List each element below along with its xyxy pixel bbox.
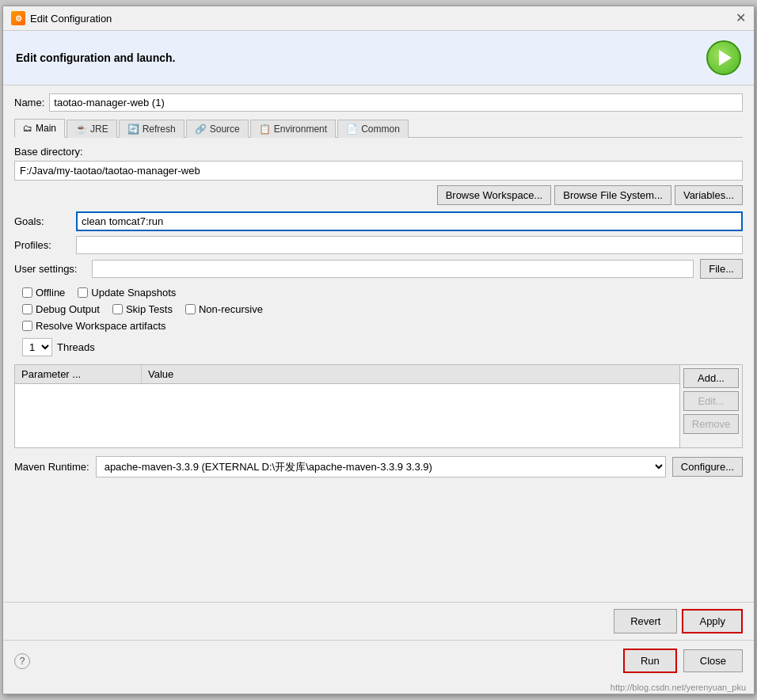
browse-workspace-button[interactable]: Browse Workspace...: [437, 185, 552, 205]
param-table: Parameter ... Value: [15, 365, 679, 447]
environment-tab-icon: 📋: [259, 124, 271, 135]
skip-tests-checkbox-item[interactable]: Skip Tests: [112, 303, 173, 315]
user-settings-label: User settings:: [14, 263, 86, 275]
threads-row: 1 2 4 8 Threads: [14, 338, 743, 356]
threads-label: Threads: [57, 341, 95, 353]
dialog-close-button[interactable]: ✕: [736, 12, 746, 25]
update-snapshots-checkbox-item[interactable]: Update Snapshots: [78, 287, 176, 299]
name-row: Name:: [14, 93, 743, 112]
name-label: Name:: [14, 97, 44, 108]
goals-label: Goals:: [14, 215, 70, 227]
tab-environment[interactable]: 📋 Environment: [250, 120, 336, 138]
edit-configuration-dialog: ⚙ Edit Configuration ✕ Edit configuratio…: [2, 6, 755, 694]
debug-output-label: Debug Output: [36, 303, 100, 315]
tab-main[interactable]: 🗂 Main: [14, 119, 65, 138]
base-dir-input[interactable]: [14, 161, 743, 181]
goals-input[interactable]: [76, 211, 743, 231]
revert-button[interactable]: Revert: [614, 609, 677, 633]
edit-param-button[interactable]: Edit...: [683, 391, 739, 411]
footer-revert-apply: Revert Apply: [3, 602, 754, 640]
goals-row: Goals:: [14, 211, 743, 231]
offline-label: Offline: [36, 287, 65, 299]
debug-output-checkbox[interactable]: [22, 304, 32, 314]
param-table-section: Parameter ... Value Add... Edit... Remov…: [14, 364, 743, 448]
tab-main-label: Main: [36, 123, 56, 134]
param-col-header-name: Parameter ...: [15, 365, 142, 383]
tab-jre[interactable]: ☕ JRE: [67, 120, 117, 138]
user-settings-row: User settings: File...: [14, 259, 743, 279]
profiles-label: Profiles:: [14, 239, 70, 251]
name-input[interactable]: [49, 93, 743, 112]
skip-tests-label: Skip Tests: [126, 303, 173, 315]
checkbox-row-3: Resolve Workspace artifacts: [22, 320, 743, 332]
close-button[interactable]: Close: [683, 649, 743, 672]
user-settings-input[interactable]: [92, 260, 694, 278]
resolve-workspace-label: Resolve Workspace artifacts: [36, 320, 166, 332]
configure-button[interactable]: Configure...: [672, 457, 743, 477]
run-button[interactable]: Run: [623, 649, 677, 673]
common-tab-icon: 📄: [346, 124, 358, 135]
update-snapshots-label: Update Snapshots: [91, 287, 176, 299]
param-table-body: [15, 384, 679, 447]
tab-common-label: Common: [361, 124, 400, 135]
help-icon-button[interactable]: ?: [14, 653, 30, 669]
non-recursive-checkbox[interactable]: [185, 304, 196, 314]
param-actions: Add... Edit... Remove: [679, 365, 742, 447]
param-col-header-value: Value: [142, 365, 679, 383]
jre-tab-icon: ☕: [75, 124, 87, 135]
tab-refresh-label: Refresh: [143, 124, 176, 135]
skip-tests-checkbox[interactable]: [112, 304, 123, 314]
main-content: Name: 🗂 Main ☕ JRE 🔄 Refresh 🔗 Source �: [3, 86, 754, 602]
apply-button[interactable]: Apply: [682, 609, 743, 633]
source-tab-icon: 🔗: [195, 124, 207, 135]
dialog-title: Edit Configuration: [30, 13, 112, 25]
title-bar: ⚙ Edit Configuration ✕: [3, 6, 754, 31]
checkbox-row-1: Offline Update Snapshots: [22, 287, 743, 299]
non-recursive-label: Non-recursive: [199, 303, 263, 315]
footer-run-close: ? Run Close: [3, 640, 754, 681]
file-button[interactable]: File...: [700, 259, 743, 279]
header-title: Edit configuration and launch.: [16, 51, 175, 64]
main-tab-icon: 🗂: [23, 123, 32, 134]
tab-environment-label: Environment: [274, 124, 327, 135]
variables-button[interactable]: Variables...: [675, 185, 743, 205]
tab-refresh[interactable]: 🔄 Refresh: [119, 120, 184, 138]
tab-source-label: Source: [210, 124, 240, 135]
tab-common[interactable]: 📄 Common: [337, 120, 409, 138]
param-table-header: Parameter ... Value: [15, 365, 679, 384]
profiles-row: Profiles:: [14, 236, 743, 254]
header-section: Edit configuration and launch.: [3, 31, 754, 86]
form-section: Base directory: Browse Workspace... Brow…: [14, 146, 743, 477]
tab-source[interactable]: 🔗 Source: [186, 120, 249, 138]
tab-jre-label: JRE: [90, 124, 108, 135]
tabs-bar: 🗂 Main ☕ JRE 🔄 Refresh 🔗 Source 📋 Enviro…: [14, 118, 743, 138]
watermark: http://blog.csdn.net/yerenyuan_pku: [3, 681, 754, 694]
maven-runtime-label: Maven Runtime:: [14, 461, 89, 473]
browse-file-system-button[interactable]: Browse File System...: [554, 185, 671, 205]
non-recursive-checkbox-item[interactable]: Non-recursive: [185, 303, 263, 315]
checkbox-row-2: Debug Output Skip Tests Non-recursive: [22, 303, 743, 315]
add-param-button[interactable]: Add...: [683, 368, 739, 388]
base-dir-label: Base directory:: [14, 146, 743, 158]
offline-checkbox[interactable]: [22, 287, 32, 298]
debug-output-checkbox-item[interactable]: Debug Output: [22, 303, 100, 315]
threads-select[interactable]: 1 2 4 8: [22, 338, 52, 356]
maven-runtime-select[interactable]: apache-maven-3.3.9 (EXTERNAL D:\开发库\apac…: [96, 456, 666, 477]
profiles-input[interactable]: [76, 236, 743, 254]
title-bar-left: ⚙ Edit Configuration: [11, 11, 112, 25]
remove-param-button[interactable]: Remove: [683, 414, 739, 434]
offline-checkbox-item[interactable]: Offline: [22, 287, 65, 299]
run-icon-button[interactable]: [706, 40, 741, 75]
play-triangle-icon: [719, 50, 732, 66]
browse-buttons: Browse Workspace... Browse File System..…: [14, 185, 743, 205]
resolve-workspace-checkbox[interactable]: [22, 321, 32, 331]
resolve-workspace-checkbox-item[interactable]: Resolve Workspace artifacts: [22, 320, 166, 332]
checkboxes-section: Offline Update Snapshots Debug Output Sk…: [14, 287, 743, 332]
dialog-icon: ⚙: [11, 11, 25, 25]
update-snapshots-checkbox[interactable]: [78, 287, 88, 298]
refresh-tab-icon: 🔄: [127, 124, 139, 135]
maven-runtime-row: Maven Runtime: apache-maven-3.3.9 (EXTER…: [14, 456, 743, 477]
